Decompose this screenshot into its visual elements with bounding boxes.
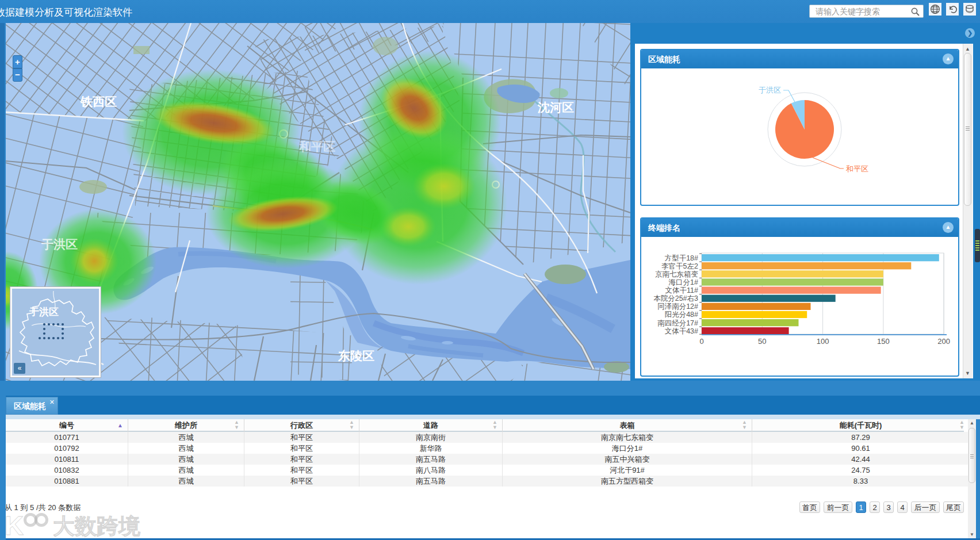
svg-text:文体干11#: 文体干11# bbox=[665, 286, 698, 294]
svg-text:京南七东箱变: 京南七东箱变 bbox=[655, 270, 698, 278]
svg-text:和平区: 和平区 bbox=[845, 164, 868, 173]
svg-text:阳光分48#: 阳光分48# bbox=[665, 311, 698, 319]
svg-text:于洪区: 于洪区 bbox=[41, 238, 78, 251]
svg-text:东陵区: 东陵区 bbox=[338, 349, 374, 362]
svg-text:沈河区: 沈河区 bbox=[537, 101, 574, 114]
svg-text:于洪区: 于洪区 bbox=[759, 86, 781, 94]
svg-text:50: 50 bbox=[758, 337, 766, 346]
svg-text:南四经分17#: 南四经分17# bbox=[657, 319, 698, 327]
svg-text:李官干5左2: 李官干5左2 bbox=[661, 262, 698, 270]
svg-text:K: K bbox=[5, 511, 24, 539]
svg-text:同泽南分12#: 同泽南分12# bbox=[657, 302, 698, 311]
svg-text:海口分1#: 海口分1# bbox=[669, 278, 698, 286]
svg-text:本院分25#右3: 本院分25#右3 bbox=[653, 294, 698, 302]
svg-text:和平区: 和平区 bbox=[298, 140, 335, 153]
svg-text:200: 200 bbox=[937, 337, 950, 346]
svg-text:100: 100 bbox=[817, 337, 829, 346]
svg-text:150: 150 bbox=[877, 337, 890, 346]
svg-text:铁西区: 铁西区 bbox=[80, 95, 117, 108]
svg-text:大数跨境: 大数跨境 bbox=[53, 514, 141, 538]
svg-text:方型干18#: 方型干18# bbox=[665, 254, 698, 262]
svg-text:于洪区: 于洪区 bbox=[29, 307, 59, 317]
svg-text:文体干43#: 文体干43# bbox=[665, 327, 698, 335]
svg-text:0: 0 bbox=[699, 337, 703, 346]
